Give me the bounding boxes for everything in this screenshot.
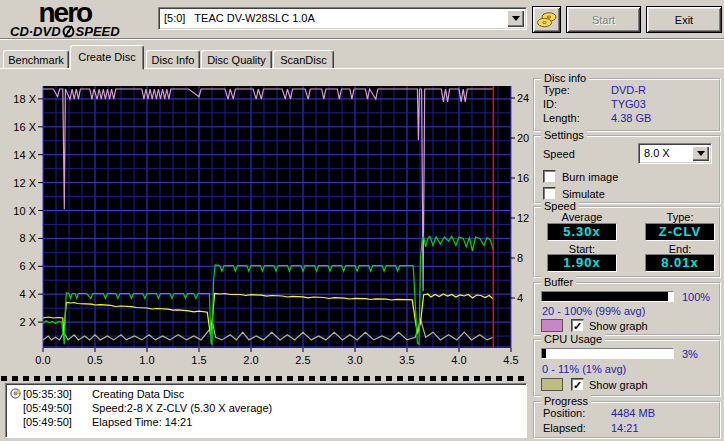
x-axis-tick-label: 4.0: [451, 354, 466, 366]
event-log: [05:35:30]Creating Data Disc[05:49:50]Sp…: [5, 383, 527, 438]
y-axis-right-tick-label: 4: [517, 292, 523, 304]
disc-glyph-icon: [62, 25, 75, 38]
tab-label: ScanDisc: [280, 54, 326, 66]
disc-info-group: Disc info Type: DVD-R ID: TYG03 Length: …: [533, 78, 721, 132]
disc-length-value: 4.38 GB: [611, 112, 651, 124]
position-value: 4484 MB: [611, 407, 655, 419]
x-axis-tick-label: 3.5: [399, 354, 414, 366]
tab-benchmark[interactable]: Benchmark: [3, 50, 69, 69]
simulate-label: Simulate: [562, 188, 605, 200]
buffer-range-text: 20 - 100% (99% avg): [542, 305, 645, 317]
disc-length-label: Length:: [543, 112, 580, 124]
nero-logo-subtext: CD·DVD SPEED: [10, 24, 120, 39]
buffer-level-bar: [541, 291, 674, 302]
tab-label: Disc Info: [152, 54, 195, 66]
exit-button-label: Exit: [675, 14, 693, 26]
y-axis-left-tick-label: 6 X: [19, 260, 36, 272]
buffer-level-bar-fill: [542, 292, 668, 301]
exit-button[interactable]: Exit: [646, 6, 722, 33]
simulate-checkbox[interactable]: [543, 187, 556, 200]
log-timestamp: [05:49:50]: [23, 416, 82, 428]
tab-create-disc[interactable]: Create Disc: [70, 45, 144, 70]
x-axis-tick-label: 1.0: [139, 354, 154, 366]
settings-group: Settings Speed 8.0 X Burn image Simulate: [533, 135, 721, 204]
speed-selector[interactable]: 8.0 X: [638, 143, 712, 164]
cpu-show-graph-checkbox[interactable]: ✓: [571, 378, 584, 391]
start-button-label: Start: [592, 14, 615, 26]
x-axis-tick-label: 2.0: [243, 354, 258, 366]
drive-selector-dropdown-button[interactable]: [507, 10, 524, 27]
elapsed-label: Elapsed:: [543, 422, 586, 434]
disc-info-title: Disc info: [541, 72, 589, 84]
tab-label: Create Disc: [78, 51, 135, 63]
tab-label: Disc Quality: [207, 54, 266, 66]
nero-logo-text: nero: [10, 2, 120, 24]
x-axis-tick-label: 0.5: [87, 354, 102, 366]
cpu-show-graph-label: Show graph: [589, 379, 648, 391]
burn-speed-chart: 18 X16 X14 X12 X10 X8 X6 X4 X2 X24201612…: [0, 70, 530, 372]
tab-disc-info[interactable]: Disc Info: [146, 50, 200, 69]
x-axis-tick-label: 4.5: [503, 354, 518, 366]
log-splitter-handle[interactable]: [1, 376, 529, 381]
disc-type-value: DVD-R: [611, 84, 646, 96]
tab-disc-quality[interactable]: Disc Quality: [201, 50, 272, 69]
log-message: Creating Data Disc: [92, 388, 184, 400]
y-axis-left-tick-label: 16 X: [13, 121, 36, 133]
nero-cd-dvd-speed-window: nero CD·DVD SPEED [5:0] TEAC DV-W28SLC 1…: [0, 0, 724, 441]
log-message: Speed:2-8 X Z-CLV (5.30 X average): [92, 402, 272, 414]
logo-cddvd-text: CD·DVD: [10, 24, 61, 39]
buffer-title: Buffer: [541, 276, 576, 288]
log-entry: [05:49:50]Elapsed Time: 14:21: [10, 415, 524, 429]
speed-group: Speed Average Type: 5.30x Z-CLV Start: E…: [533, 206, 721, 278]
y-axis-left-tick-label: 12 X: [13, 177, 36, 189]
disc-event-icon: [10, 388, 23, 401]
x-axis-tick-label: 2.5: [295, 354, 310, 366]
x-axis-tick-label: 3.0: [347, 354, 362, 366]
y-axis-right-tick-label: 24: [517, 92, 529, 104]
buffer-series-swatch: [541, 319, 563, 332]
disc-tool-button[interactable]: [532, 6, 561, 33]
drive-selector-value: [5:0] TEAC DV-W28SLC 1.0A: [164, 12, 315, 24]
average-speed-display: 5.30x: [547, 223, 617, 241]
speed-setting-label: Speed: [543, 148, 575, 160]
toolbar: nero CD·DVD SPEED [5:0] TEAC DV-W28SLC 1…: [0, 0, 724, 38]
position-label: Position:: [543, 407, 585, 419]
log-timestamp: [05:49:50]: [23, 402, 82, 414]
log-message: Elapsed Time: 14:21: [92, 416, 192, 428]
toolbar-divider-highlight: [0, 39, 724, 40]
tab-scandisc[interactable]: ScanDisc: [273, 50, 334, 69]
y-axis-left-tick-label: 2 X: [19, 316, 36, 328]
progress-title: Progress: [541, 395, 591, 407]
discs-icon: [536, 10, 558, 30]
y-axis-left-tick-label: 4 X: [19, 288, 36, 300]
burn-image-checkbox[interactable]: [543, 170, 556, 183]
drive-selector[interactable]: [5:0] TEAC DV-W28SLC 1.0A: [158, 7, 527, 30]
disc-id-label: ID:: [543, 98, 557, 110]
speed-type-label: Type:: [645, 211, 715, 223]
cpu-usage-group: CPU Usage 3% 0 - 11% (1% avg) ✓ Show gra…: [533, 339, 721, 397]
disc-id-value: TYG03: [611, 98, 646, 110]
y-axis-right-tick-label: 8: [517, 252, 523, 264]
end-speed-display: 8.01x: [645, 254, 715, 272]
event-log-lines: [05:35:30]Creating Data Disc[05:49:50]Sp…: [10, 387, 524, 429]
elapsed-value: 14:21: [611, 422, 639, 434]
log-timestamp: [05:35:30]: [23, 388, 82, 400]
cpu-series-swatch: [541, 378, 563, 391]
cpu-usage-bar-fill: [542, 349, 546, 358]
speed-selector-dropdown-button[interactable]: [692, 146, 709, 161]
settings-title: Settings: [541, 129, 587, 141]
log-entry: [05:35:30]Creating Data Disc: [10, 387, 524, 401]
cpu-percent-value: 3%: [682, 348, 698, 360]
cpu-range-text: 0 - 11% (1% avg): [542, 363, 626, 375]
progress-group: Progress Position: 4484 MB Elapsed: 14:2…: [533, 401, 721, 439]
buffer-percent-value: 100%: [682, 291, 710, 303]
cpu-usage-title: CPU Usage: [541, 333, 605, 345]
buffer-show-graph-label: Show graph: [589, 320, 648, 332]
buffer-show-graph-checkbox[interactable]: ✓: [571, 319, 584, 332]
start-speed-display: 1.90x: [547, 254, 617, 272]
speed-selector-value: 8.0 X: [644, 147, 670, 159]
cpu-usage-bar: [541, 348, 674, 359]
y-axis-left-tick-label: 8 X: [19, 232, 36, 244]
start-button[interactable]: Start: [566, 6, 641, 33]
y-axis-left-tick-label: 14 X: [13, 149, 36, 161]
